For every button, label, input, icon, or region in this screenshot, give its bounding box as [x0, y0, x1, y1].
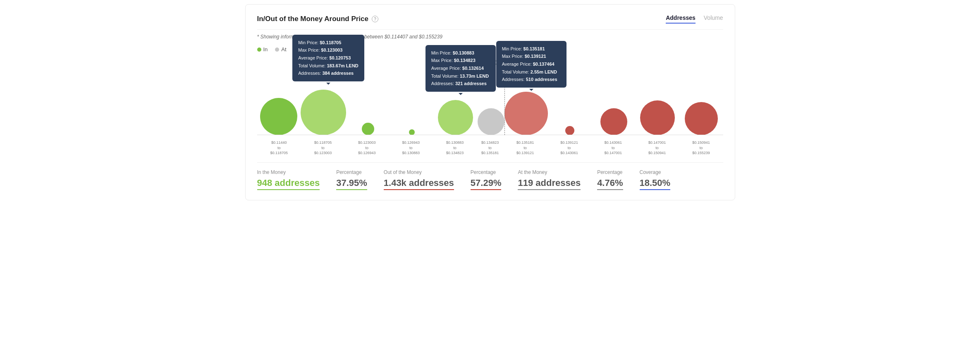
- bubble-0: [260, 98, 297, 135]
- tooltip-1-maxprice: Max Price: $0.123003: [298, 46, 359, 54]
- x-label-7: $0.139121 to $0.143061: [547, 140, 591, 156]
- bubble-2: [362, 123, 374, 135]
- bubbles-container: Min Price: $0.118705 Max Price: $0.12300…: [257, 69, 723, 135]
- bubble-4: [438, 100, 473, 135]
- card-header: In/Out of the Money Around Price ? Addre…: [257, 14, 723, 30]
- tooltip-6-addresses: Addresses: 510 addresses: [502, 76, 561, 83]
- summary-at-money: At the Money 119 addresses: [518, 169, 597, 190]
- legend-in: In: [257, 46, 268, 52]
- tooltip-4-maxprice: Max Price: $0.134823: [431, 57, 490, 64]
- bubble-5: [478, 108, 504, 135]
- x-label-2: $0.123003 to $0.126943: [345, 140, 389, 156]
- legend-in-dot: [257, 48, 261, 52]
- in-pct-value: 37.95%: [336, 178, 367, 190]
- bubble-10: [685, 102, 718, 135]
- legend-at: At: [275, 46, 286, 52]
- x-axis-labels: $0.11440 to $0.118705 $0.118705 to $0.12…: [257, 140, 723, 156]
- in-the-money-label: In the Money: [257, 169, 320, 175]
- tooltip-4-volume: Total Volume: 13.73m LEND: [431, 72, 490, 80]
- tooltip-1-volume: Total Volume: 183.67m LEND: [298, 62, 359, 70]
- bubble-8: [600, 108, 627, 135]
- at-value: 119 addresses: [518, 178, 581, 190]
- x-axis-line: [257, 135, 723, 135]
- bubble-col-6: Min Price: $0.135181 Max Price: $0.13912…: [504, 69, 548, 135]
- coverage-label: Coverage: [640, 169, 671, 175]
- x-label-6: $0.135181 to $0.139121: [503, 140, 547, 156]
- tooltip-1: Min Price: $0.118705 Max Price: $0.12300…: [292, 35, 364, 81]
- tooltip-6-volume: Total Volume: 2.55m LEND: [502, 68, 561, 76]
- legend-at-label: At: [281, 46, 286, 52]
- in-pct-label: Percentage: [336, 169, 367, 175]
- tooltip-4: Min Price: $0.130883 Max Price: $0.13482…: [425, 45, 496, 92]
- chart-title: In/Out of the Money Around Price: [257, 15, 369, 23]
- x-label-9: $0.147001 to $0.150941: [635, 140, 679, 156]
- summary-coverage: Coverage 18.50%: [640, 169, 687, 190]
- tooltip-6-minprice: Min Price: $0.135181: [502, 45, 561, 53]
- summary-out-pct-block: Percentage 57.29%: [471, 169, 518, 190]
- chart-area: Current Price: $0.134917 Min Price: $0.1…: [257, 57, 723, 156]
- x-label-3: $0.126943 to $0.130883: [389, 140, 433, 156]
- legend-in-label: In: [263, 46, 268, 52]
- tooltip-6: Min Price: $0.135181 Max Price: $0.13912…: [496, 41, 566, 88]
- summary-row: In the Money 948 addresses Percentage 37…: [257, 169, 723, 190]
- divider: [257, 162, 723, 163]
- x-label-8: $0.143061 to $0.147001: [591, 140, 635, 156]
- main-card: In/Out of the Money Around Price ? Addre…: [245, 4, 735, 200]
- bubble-9: [640, 100, 675, 135]
- bubble-col-4: Min Price: $0.130883 Max Price: $0.13482…: [434, 69, 478, 135]
- bubble-7: [565, 126, 574, 135]
- summary-in-pct-block: Percentage 37.95%: [336, 169, 384, 190]
- out-pct-value: 57.29%: [471, 178, 502, 190]
- out-pct-label: Percentage: [471, 169, 502, 175]
- x-label-0: $0.11440 to $0.118705: [257, 140, 301, 156]
- x-label-5: $0.134823 to $0.135181: [477, 140, 503, 156]
- x-label-4: $0.130883 to $0.134823: [433, 140, 477, 156]
- summary-out-of-money: Out of the Money 1.43k addresses: [384, 169, 471, 190]
- coverage-value: 18.50%: [640, 178, 671, 190]
- tooltip-1-addresses: Addresses: 384 addresses: [298, 69, 359, 77]
- tab-addresses[interactable]: Addresses: [666, 14, 696, 24]
- at-pct-value: 4.76%: [597, 178, 623, 190]
- bubble-col-9: [636, 69, 679, 135]
- in-the-money-value: 948 addresses: [257, 178, 320, 190]
- bubble-col-10: [679, 69, 723, 135]
- tooltip-1-minprice: Min Price: $0.118705: [298, 39, 359, 47]
- summary-in-the-money: In the Money 948 addresses: [257, 169, 337, 190]
- tooltip-1-avgprice: Average Price: $0.120753: [298, 54, 359, 62]
- bubble-6: [504, 92, 548, 135]
- out-label: Out of the Money: [384, 169, 454, 175]
- at-pct-label: Percentage: [597, 169, 623, 175]
- tooltip-6-avgprice: Average Price: $0.137464: [502, 60, 561, 68]
- tooltip-4-avgprice: Average Price: $0.132614: [431, 64, 490, 72]
- help-icon[interactable]: ?: [372, 16, 378, 22]
- at-label: At the Money: [518, 169, 581, 175]
- bubble-col-1: Min Price: $0.118705 Max Price: $0.12300…: [301, 69, 346, 135]
- legend-at-dot: [275, 48, 279, 52]
- header-left: In/Out of the Money Around Price ?: [257, 15, 379, 23]
- summary-at-pct-block: Percentage 4.76%: [597, 169, 639, 190]
- bubble-1: [301, 90, 346, 135]
- x-label-1: $0.118705 to $0.123003: [301, 140, 345, 156]
- x-label-10: $0.150941 to $0.155239: [679, 140, 723, 156]
- out-value: 1.43k addresses: [384, 178, 454, 190]
- bubble-3: [409, 129, 415, 135]
- tooltip-4-addresses: Addresses: 321 addresses: [431, 80, 490, 88]
- tab-group: Addresses Volume: [666, 14, 723, 24]
- tooltip-4-minprice: Min Price: $0.130883: [431, 49, 490, 57]
- bubble-col-8: [592, 69, 636, 135]
- tab-volume[interactable]: Volume: [704, 14, 723, 24]
- tooltip-6-maxprice: Max Price: $0.139121: [502, 52, 561, 60]
